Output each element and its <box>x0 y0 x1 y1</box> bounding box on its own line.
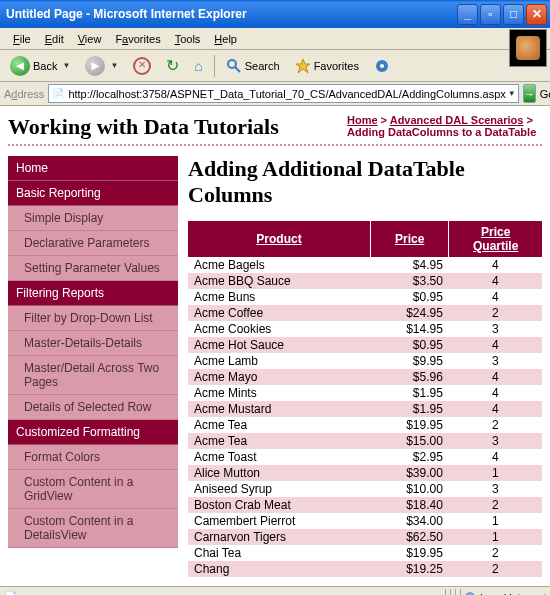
menu-tools[interactable]: Tools <box>168 31 208 47</box>
table-cell: Camembert Pierrot <box>188 513 370 529</box>
breadcrumb: Home > Advanced DAL Scenarios > Adding D… <box>347 114 542 138</box>
refresh-icon: ↻ <box>166 56 179 75</box>
table-cell: $18.40 <box>370 497 448 513</box>
status-separator <box>460 589 461 596</box>
status-separator <box>445 589 446 596</box>
sidebar-item[interactable]: Declarative Parameters <box>8 231 178 256</box>
table-cell: Acme Lamb <box>188 353 370 369</box>
browser-throbber <box>509 29 547 67</box>
table-cell: Acme Toast <box>188 449 370 465</box>
home-icon: ⌂ <box>194 58 202 74</box>
table-cell: $1.95 <box>370 401 448 417</box>
maximize-button[interactable]: □ <box>503 4 524 25</box>
table-cell: 4 <box>449 289 542 305</box>
column-header[interactable]: Price <box>370 221 448 257</box>
chevron-down-icon[interactable]: ▼ <box>508 89 516 98</box>
menu-favorites[interactable]: Favorites <box>108 31 167 47</box>
table-cell: Chang <box>188 561 370 577</box>
table-cell: Acme Coffee <box>188 305 370 321</box>
table-cell: 4 <box>449 257 542 273</box>
table-cell: Acme Mints <box>188 385 370 401</box>
table-cell: $14.95 <box>370 321 448 337</box>
refresh-button[interactable]: ↻ <box>160 52 185 79</box>
column-header[interactable]: Product <box>188 221 370 257</box>
menu-file[interactable]: File <box>6 31 38 47</box>
sidebar-item[interactable]: Simple Display <box>8 206 178 231</box>
table-cell: 3 <box>449 353 542 369</box>
sidebar: HomeBasic ReportingSimple DisplayDeclara… <box>8 156 178 577</box>
table-cell: $2.95 <box>370 449 448 465</box>
table-cell: $9.95 <box>370 353 448 369</box>
search-button[interactable]: Search <box>220 54 286 78</box>
table-cell: $3.50 <box>370 273 448 289</box>
table-cell: Acme Mayo <box>188 369 370 385</box>
sidebar-heading[interactable]: Customized Formatting <box>8 420 178 445</box>
table-cell: $19.25 <box>370 561 448 577</box>
table-cell: $24.95 <box>370 305 448 321</box>
table-cell: 4 <box>449 385 542 401</box>
menu-edit[interactable]: Edit <box>38 31 71 47</box>
menu-view[interactable]: View <box>71 31 109 47</box>
table-cell: Acme Cookies <box>188 321 370 337</box>
done-icon: 📄 <box>4 591 18 595</box>
address-input[interactable]: 📄 http://localhost:3758/ASPNET_Data_Tuto… <box>48 84 518 103</box>
restore-button[interactable]: ▫ <box>480 4 501 25</box>
sidebar-item[interactable]: Setting Parameter Values <box>8 256 178 281</box>
minimize-button[interactable]: _ <box>457 4 478 25</box>
table-cell: Acme Mustard <box>188 401 370 417</box>
home-button[interactable]: ⌂ <box>188 54 208 78</box>
divider <box>8 144 542 146</box>
table-cell: 1 <box>449 513 542 529</box>
table-row: Carnarvon Tigers$62.501 <box>188 529 542 545</box>
table-cell: 3 <box>449 481 542 497</box>
forward-button[interactable]: ► ▼ <box>79 52 124 80</box>
sidebar-item[interactable]: Custom Content in a DetailsView <box>8 509 178 548</box>
table-cell: Acme Tea <box>188 433 370 449</box>
main-content: Adding Additional DataTable Columns Prod… <box>188 156 542 577</box>
sidebar-item[interactable]: Master/Detail Across Two Pages <box>8 356 178 395</box>
sidebar-item[interactable]: Format Colors <box>8 445 178 470</box>
site-title: Working with Data Tutorials <box>8 114 279 140</box>
table-cell: 2 <box>449 417 542 433</box>
sidebar-heading[interactable]: Home <box>8 156 178 181</box>
table-cell: 4 <box>449 449 542 465</box>
menu-help[interactable]: Help <box>207 31 244 47</box>
security-zone: Local intranet <box>480 592 546 596</box>
table-cell: $0.95 <box>370 337 448 353</box>
table-cell: $39.00 <box>370 465 448 481</box>
search-label: Search <box>245 60 280 72</box>
stop-button[interactable] <box>127 53 157 79</box>
breadcrumb-l1[interactable]: Advanced DAL Scenarios <box>390 114 524 126</box>
status-separator <box>450 589 451 596</box>
svg-point-4 <box>380 64 384 68</box>
sidebar-heading[interactable]: Basic Reporting <box>8 181 178 206</box>
column-header[interactable]: PriceQuartile <box>449 221 542 257</box>
media-icon <box>374 58 390 74</box>
sidebar-item[interactable]: Custom Content in a GridView <box>8 470 178 509</box>
table-cell: $19.95 <box>370 417 448 433</box>
star-icon <box>295 58 311 74</box>
sidebar-item[interactable]: Master-Details-Details <box>8 331 178 356</box>
back-label: Back <box>33 60 57 72</box>
table-cell: Acme Buns <box>188 289 370 305</box>
favorites-button[interactable]: Favorites <box>289 54 365 78</box>
table-cell: Boston Crab Meat <box>188 497 370 513</box>
sidebar-item[interactable]: Filter by Drop-Down List <box>8 306 178 331</box>
go-button[interactable]: → <box>523 84 536 103</box>
sidebar-item[interactable]: Details of Selected Row <box>8 395 178 420</box>
media-button[interactable] <box>368 54 396 78</box>
table-cell: 2 <box>449 305 542 321</box>
table-cell: $10.00 <box>370 481 448 497</box>
breadcrumb-home[interactable]: Home <box>347 114 378 126</box>
sidebar-heading[interactable]: Filtering Reports <box>8 281 178 306</box>
table-cell: 2 <box>449 561 542 577</box>
table-row: Acme Lamb$9.953 <box>188 353 542 369</box>
table-cell: 3 <box>449 321 542 337</box>
close-button[interactable]: ✕ <box>526 4 547 25</box>
table-row: Acme Mustard$1.954 <box>188 401 542 417</box>
table-row: Camembert Pierrot$34.001 <box>188 513 542 529</box>
table-row: Chang$19.252 <box>188 561 542 577</box>
back-button[interactable]: ◄ Back ▼ <box>4 52 76 80</box>
table-row: Acme Tea$15.003 <box>188 433 542 449</box>
svg-marker-2 <box>296 59 310 73</box>
